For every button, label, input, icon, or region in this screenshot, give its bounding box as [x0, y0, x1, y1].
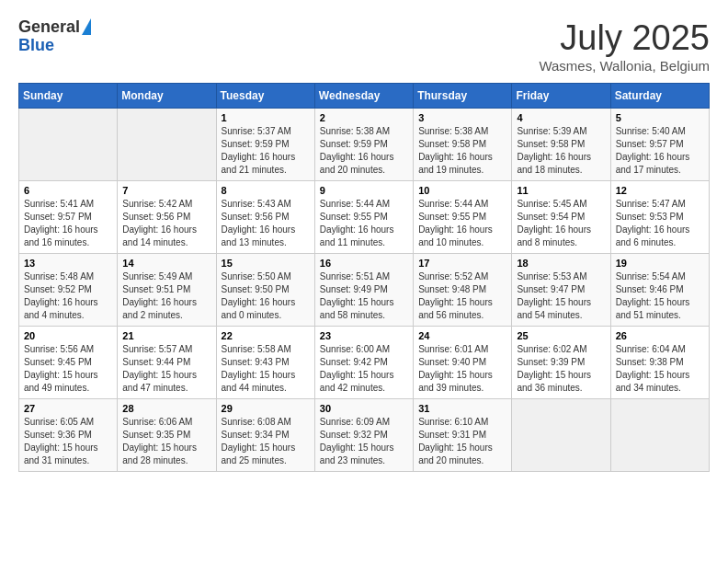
calendar-cell: 26Sunrise: 6:04 AMSunset: 9:38 PMDayligh…	[610, 327, 709, 399]
calendar-week-row: 20Sunrise: 5:56 AMSunset: 9:45 PMDayligh…	[19, 327, 710, 399]
day-number: 31	[418, 403, 506, 414]
calendar-cell: 8Sunrise: 5:43 AMSunset: 9:56 PMDaylight…	[216, 181, 314, 254]
day-info: Sunrise: 5:38 AMSunset: 9:59 PMDaylight:…	[320, 125, 408, 177]
calendar-cell: 21Sunrise: 5:57 AMSunset: 9:44 PMDayligh…	[118, 327, 216, 399]
day-info: Sunrise: 5:44 AMSunset: 9:55 PMDaylight:…	[320, 198, 408, 249]
day-number: 21	[122, 330, 210, 341]
calendar-cell: 19Sunrise: 5:54 AMSunset: 9:46 PMDayligh…	[610, 254, 709, 327]
day-number: 24	[418, 330, 506, 341]
calendar-cell: 22Sunrise: 5:58 AMSunset: 9:43 PMDayligh…	[216, 327, 314, 399]
calendar-cell: 29Sunrise: 6:08 AMSunset: 9:34 PMDayligh…	[216, 399, 314, 472]
day-info: Sunrise: 5:49 AMSunset: 9:51 PMDaylight:…	[122, 270, 210, 322]
day-number: 17	[418, 258, 506, 269]
calendar-cell	[118, 109, 216, 181]
column-header-friday: Friday	[512, 84, 610, 109]
calendar-cell: 24Sunrise: 6:01 AMSunset: 9:40 PMDayligh…	[414, 327, 512, 399]
calendar-cell: 10Sunrise: 5:44 AMSunset: 9:55 PMDayligh…	[414, 181, 512, 254]
day-info: Sunrise: 5:58 AMSunset: 9:43 PMDaylight:…	[222, 343, 310, 395]
calendar-cell: 3Sunrise: 5:38 AMSunset: 9:58 PMDaylight…	[414, 109, 512, 181]
day-number: 9	[320, 185, 408, 196]
calendar-cell: 18Sunrise: 5:53 AMSunset: 9:47 PMDayligh…	[512, 254, 610, 327]
day-info: Sunrise: 5:52 AMSunset: 9:48 PMDaylight:…	[418, 270, 506, 322]
day-info: Sunrise: 6:09 AMSunset: 9:32 PMDaylight:…	[320, 416, 408, 467]
day-number: 18	[517, 258, 605, 269]
day-number: 8	[222, 185, 310, 196]
day-number: 27	[24, 403, 112, 414]
calendar-cell: 14Sunrise: 5:49 AMSunset: 9:51 PMDayligh…	[118, 254, 216, 327]
calendar-cell	[19, 109, 118, 181]
calendar-week-row: 13Sunrise: 5:48 AMSunset: 9:52 PMDayligh…	[19, 254, 710, 327]
calendar-cell: 27Sunrise: 6:05 AMSunset: 9:36 PMDayligh…	[19, 399, 118, 472]
day-info: Sunrise: 6:06 AMSunset: 9:35 PMDaylight:…	[122, 416, 210, 467]
calendar-cell: 17Sunrise: 5:52 AMSunset: 9:48 PMDayligh…	[414, 254, 512, 327]
day-number: 11	[517, 185, 605, 196]
column-header-sunday: Sunday	[19, 84, 118, 109]
day-info: Sunrise: 5:50 AMSunset: 9:50 PMDaylight:…	[222, 270, 310, 322]
title-block: July 2025 Wasmes, Wallonia, Belgium	[539, 18, 710, 74]
day-info: Sunrise: 5:51 AMSunset: 9:49 PMDaylight:…	[320, 270, 408, 322]
calendar-cell: 25Sunrise: 6:02 AMSunset: 9:39 PMDayligh…	[512, 327, 610, 399]
column-header-saturday: Saturday	[610, 84, 709, 109]
day-number: 13	[24, 258, 112, 269]
day-number: 2	[320, 112, 408, 123]
day-info: Sunrise: 6:04 AMSunset: 9:38 PMDaylight:…	[616, 343, 704, 395]
day-info: Sunrise: 5:40 AMSunset: 9:57 PMDaylight:…	[616, 125, 704, 177]
calendar-cell: 11Sunrise: 5:45 AMSunset: 9:54 PMDayligh…	[512, 181, 610, 254]
calendar-cell: 1Sunrise: 5:37 AMSunset: 9:59 PMDaylight…	[216, 109, 314, 181]
column-header-monday: Monday	[118, 84, 216, 109]
day-info: Sunrise: 5:43 AMSunset: 9:56 PMDaylight:…	[222, 198, 310, 249]
day-number: 1	[222, 112, 310, 123]
day-number: 23	[320, 330, 408, 341]
day-number: 28	[122, 403, 210, 414]
day-info: Sunrise: 6:08 AMSunset: 9:34 PMDaylight:…	[222, 416, 310, 467]
day-info: Sunrise: 5:48 AMSunset: 9:52 PMDaylight:…	[24, 270, 112, 322]
calendar-cell: 23Sunrise: 6:00 AMSunset: 9:42 PMDayligh…	[314, 327, 413, 399]
day-number: 29	[222, 403, 310, 414]
day-number: 20	[24, 330, 112, 341]
day-number: 22	[222, 330, 310, 341]
day-number: 14	[122, 258, 210, 269]
calendar-cell: 30Sunrise: 6:09 AMSunset: 9:32 PMDayligh…	[314, 399, 413, 472]
logo-triangle-icon	[82, 18, 91, 35]
calendar-week-row: 6Sunrise: 5:41 AMSunset: 9:57 PMDaylight…	[19, 181, 710, 254]
day-number: 6	[24, 185, 112, 196]
column-header-wednesday: Wednesday	[314, 84, 413, 109]
column-header-tuesday: Tuesday	[216, 84, 314, 109]
calendar-header-row: SundayMondayTuesdayWednesdayThursdayFrid…	[19, 84, 710, 109]
calendar-cell: 31Sunrise: 6:10 AMSunset: 9:31 PMDayligh…	[414, 399, 512, 472]
day-info: Sunrise: 5:41 AMSunset: 9:57 PMDaylight:…	[24, 198, 112, 249]
calendar-cell	[610, 399, 709, 472]
day-number: 12	[616, 185, 704, 196]
day-info: Sunrise: 5:45 AMSunset: 9:54 PMDaylight:…	[517, 198, 605, 249]
calendar-cell: 9Sunrise: 5:44 AMSunset: 9:55 PMDaylight…	[314, 181, 413, 254]
day-info: Sunrise: 5:38 AMSunset: 9:58 PMDaylight:…	[418, 125, 506, 177]
column-header-thursday: Thursday	[414, 84, 512, 109]
calendar-cell: 4Sunrise: 5:39 AMSunset: 9:58 PMDaylight…	[512, 109, 610, 181]
calendar-cell: 20Sunrise: 5:56 AMSunset: 9:45 PMDayligh…	[19, 327, 118, 399]
day-info: Sunrise: 5:42 AMSunset: 9:56 PMDaylight:…	[122, 198, 210, 249]
day-info: Sunrise: 6:02 AMSunset: 9:39 PMDaylight:…	[517, 343, 605, 395]
calendar-cell: 15Sunrise: 5:50 AMSunset: 9:50 PMDayligh…	[216, 254, 314, 327]
calendar-cell: 6Sunrise: 5:41 AMSunset: 9:57 PMDaylight…	[19, 181, 118, 254]
calendar-week-row: 27Sunrise: 6:05 AMSunset: 9:36 PMDayligh…	[19, 399, 710, 472]
logo: General Blue	[18, 18, 91, 55]
calendar-cell: 2Sunrise: 5:38 AMSunset: 9:59 PMDaylight…	[314, 109, 413, 181]
day-info: Sunrise: 5:53 AMSunset: 9:47 PMDaylight:…	[517, 270, 605, 322]
day-info: Sunrise: 5:39 AMSunset: 9:58 PMDaylight:…	[517, 125, 605, 177]
day-number: 19	[616, 258, 704, 269]
calendar-cell: 12Sunrise: 5:47 AMSunset: 9:53 PMDayligh…	[610, 181, 709, 254]
day-info: Sunrise: 5:44 AMSunset: 9:55 PMDaylight:…	[418, 198, 506, 249]
page-header: General Blue July 2025 Wasmes, Wallonia,…	[18, 18, 710, 74]
calendar-cell: 13Sunrise: 5:48 AMSunset: 9:52 PMDayligh…	[19, 254, 118, 327]
calendar-week-row: 1Sunrise: 5:37 AMSunset: 9:59 PMDaylight…	[19, 109, 710, 181]
day-number: 10	[418, 185, 506, 196]
location-text: Wasmes, Wallonia, Belgium	[539, 58, 710, 74]
calendar-table: SundayMondayTuesdayWednesdayThursdayFrid…	[18, 83, 710, 472]
month-title: July 2025	[539, 18, 710, 58]
day-number: 5	[616, 112, 704, 123]
day-number: 4	[517, 112, 605, 123]
day-info: Sunrise: 6:01 AMSunset: 9:40 PMDaylight:…	[418, 343, 506, 395]
day-number: 30	[320, 403, 408, 414]
calendar-cell: 5Sunrise: 5:40 AMSunset: 9:57 PMDaylight…	[610, 109, 709, 181]
day-info: Sunrise: 6:00 AMSunset: 9:42 PMDaylight:…	[320, 343, 408, 395]
